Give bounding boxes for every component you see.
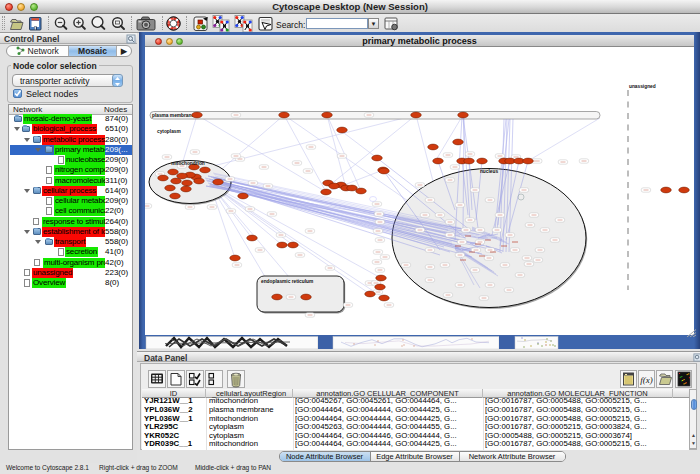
svg-text:unassigned: unassigned [629,84,656,89]
svg-text:cytoplasm: cytoplasm [157,129,181,134]
svg-text:plasma membrane: plasma membrane [152,113,194,118]
svg-text:f(x): f(x) [640,375,653,385]
svg-text:endoplasmic reticulum: endoplasmic reticulum [261,279,313,284]
svg-text:nucleus: nucleus [480,169,498,174]
svg-text:mitochondrion: mitochondrion [171,161,205,166]
